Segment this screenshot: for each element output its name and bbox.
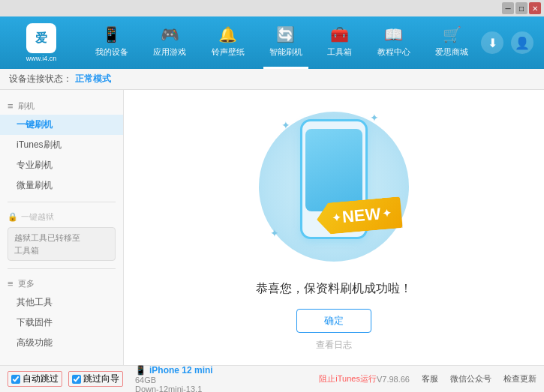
nav-item-toolbox[interactable]: 🧰 工具箱 [321, 16, 358, 69]
ringtones-icon: 🔔 [218, 25, 237, 43]
sidebar-section-jailbreak: 🔒 一键越狱 越狱工具已转移至工具箱 [0, 205, 123, 265]
sparkle-icon-2: ✦ [370, 112, 379, 124]
bottom-right: V7.98.66 客服 微信公众号 检查更新 [377, 373, 536, 385]
bottom-bar: 自动跳过 跳过向导 📱 iPhone 12 mini 64GB Down-12m… [0, 365, 544, 392]
sidebar-jailbreak-note: 越狱工具已转移至工具箱 [8, 227, 116, 261]
device-storage: 64GB [135, 376, 213, 385]
header: 爱 www.i4.cn 📱 我的设备 🎮 应用游戏 🔔 铃声壁纸 🔄 智能刷机 … [0, 16, 544, 69]
sparkle-icon-3: ✦ [270, 227, 279, 239]
nav-label-my-device: 我的设备 [95, 46, 128, 58]
sidebar-item-pro-flash[interactable]: 专业刷机 [0, 155, 123, 175]
device-model: Down-12mini-13,1 [135, 385, 213, 393]
nav-item-apps-games[interactable]: 🎮 应用游戏 [147, 16, 192, 69]
nav-item-tutorial[interactable]: 📖 教程中心 [371, 16, 416, 69]
sidebar-more-header: ≡ 更多 [0, 275, 123, 292]
phone-illustration: ✦ ✦ ✦ ✦ NEW ✦ [259, 104, 409, 269]
bottom-left: 自动跳过 跳过向导 📱 iPhone 12 mini 64GB Down-12m… [8, 365, 319, 393]
logo-icon: 爱 [26, 23, 56, 53]
device-name: 📱 iPhone 12 mini [135, 365, 213, 376]
header-right: ⬇ 👤 [481, 31, 544, 54]
title-bar: ─ □ ✕ [0, 0, 544, 16]
logo[interactable]: 爱 www.i4.cn [0, 23, 83, 62]
sidebar-section-more: ≡ 更多 其他工具 下载固件 高级功能 [0, 272, 123, 356]
nav-label-store: 爱思商城 [435, 46, 468, 58]
account-button[interactable]: 👤 [511, 31, 533, 54]
sidebar-section-flash: ≡ 刷机 一键刷机 iTunes刷机 专业刷机 微量刷机 [0, 94, 123, 199]
phone-screen [305, 129, 362, 211]
sparkle-icon-1: ✦ [281, 119, 290, 131]
minimize-button[interactable]: ─ [502, 2, 514, 14]
nav-label-toolbox: 工具箱 [327, 46, 352, 58]
sidebar: ≡ 刷机 一键刷机 iTunes刷机 专业刷机 微量刷机 🔒 一键越狱 [0, 90, 124, 365]
sidebar-divider-1 [8, 202, 116, 202]
logo-url: www.i4.cn [26, 55, 57, 62]
nav-label-ringtones: 铃声壁纸 [212, 46, 245, 58]
smart-flash-icon: 🔄 [276, 25, 295, 43]
version-label: V7.98.66 [377, 375, 410, 384]
flash-section-label: 刷机 [18, 100, 35, 112]
status-value: 正常模式 [75, 73, 111, 85]
device-info: 📱 iPhone 12 mini 64GB Down-12mini-13,1 [135, 365, 213, 393]
success-text: 恭喜您，保资料刷机成功啦！ [256, 281, 412, 297]
confirm-button[interactable]: 确定 [296, 309, 371, 333]
sidebar-section-flash-header: ≡ 刷机 [0, 97, 123, 115]
nav-item-ringtones[interactable]: 🔔 铃声壁纸 [206, 16, 251, 69]
auto-dismiss-checkbox-item[interactable]: 自动跳过 [8, 371, 62, 387]
toolbox-icon: 🧰 [330, 25, 349, 43]
auto-dismiss-checkbox[interactable] [11, 375, 20, 384]
maximize-button[interactable]: □ [515, 2, 527, 14]
sidebar-item-one-key-flash[interactable]: 一键刷机 [0, 115, 123, 135]
close-button[interactable]: ✕ [529, 2, 541, 14]
lock-icon: 🔒 [8, 212, 18, 222]
status-label: 设备连接状态： [9, 73, 72, 85]
my-device-icon: 📱 [102, 25, 121, 43]
sidebar-item-advanced[interactable]: 高级功能 [0, 333, 123, 353]
daily-log-link[interactable]: 查看日志 [316, 339, 352, 352]
nav-label-apps-games: 应用游戏 [153, 46, 186, 58]
skip-wizard-checkbox-item[interactable]: 跳过向导 [68, 371, 123, 387]
sidebar-item-other-tools[interactable]: 其他工具 [0, 292, 123, 313]
stop-itunes-button[interactable]: 阻止iTunes运行 [319, 373, 377, 385]
support-link[interactable]: 客服 [422, 373, 438, 385]
tutorial-icon: 📖 [384, 25, 403, 43]
download-button[interactable]: ⬇ [481, 31, 503, 54]
nav-item-smart-flash[interactable]: 🔄 智能刷机 [263, 16, 308, 69]
sidebar-item-download-firmware[interactable]: 下载固件 [0, 313, 123, 333]
auto-dismiss-label: 自动跳过 [23, 373, 59, 385]
flash-section-icon: ≡ [8, 100, 14, 112]
apps-games-icon: 🎮 [161, 25, 179, 43]
main-area: ≡ 刷机 一键刷机 iTunes刷机 专业刷机 微量刷机 🔒 一键越狱 [0, 90, 544, 365]
check-update-button[interactable]: 检查更新 [503, 373, 536, 385]
skip-wizard-label: 跳过向导 [83, 373, 119, 385]
sidebar-divider-2 [8, 268, 116, 269]
content-area: ✦ ✦ ✦ ✦ NEW ✦ 恭喜您，保资料刷机成功啦！ 确定 查看日志 [124, 90, 544, 365]
status-bar: 设备连接状态： 正常模式 [0, 69, 544, 90]
nav-item-store[interactable]: 🛒 爱思商城 [429, 16, 474, 69]
nav-label-smart-flash: 智能刷机 [269, 46, 302, 58]
wechat-link[interactable]: 微信公众号 [450, 373, 491, 385]
store-icon: 🛒 [443, 25, 461, 43]
sidebar-jailbreak-header: 🔒 一键越狱 [0, 208, 123, 226]
more-section-icon: ≡ [8, 278, 14, 289]
nav-bar: 📱 我的设备 🎮 应用游戏 🔔 铃声壁纸 🔄 智能刷机 🧰 工具箱 📖 教程中心… [83, 16, 481, 69]
device-icon: 📱 [135, 365, 146, 376]
sidebar-item-wipe-flash[interactable]: 微量刷机 [0, 175, 123, 196]
sidebar-item-itunes-flash[interactable]: iTunes刷机 [0, 135, 123, 155]
nav-item-my-device[interactable]: 📱 我的设备 [89, 16, 134, 69]
nav-label-tutorial: 教程中心 [377, 46, 410, 58]
skip-wizard-checkbox[interactable] [72, 375, 81, 384]
